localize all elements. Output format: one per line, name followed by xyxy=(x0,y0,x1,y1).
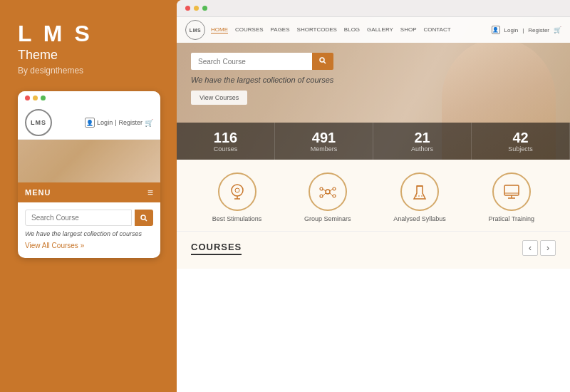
stat-members-label: Members xyxy=(311,145,338,153)
feature-analysed-syllabus: Analysed Syllabus xyxy=(393,172,446,222)
svg-point-2 xyxy=(320,58,324,62)
nav-link-courses[interactable]: COURSES xyxy=(235,26,264,33)
hero-content: We have the largest collection of course… xyxy=(177,53,570,105)
mobile-logo: LMS xyxy=(25,109,52,136)
feature-group-seminars: Group Seminars xyxy=(304,172,351,222)
hero-tagline: We have the largest collection of course… xyxy=(191,76,556,84)
browser-dot-yellow xyxy=(194,6,199,11)
hero-view-button[interactable]: View Courses xyxy=(191,91,247,105)
nav-user-icon: 👤 xyxy=(492,26,500,34)
browser-dot-red xyxy=(185,6,190,11)
svg-line-15 xyxy=(323,193,326,196)
stat-courses: 116 Courses xyxy=(177,123,275,160)
browser-dot-green xyxy=(202,6,207,11)
svg-rect-19 xyxy=(504,185,519,195)
mobile-hero-overlay xyxy=(18,140,160,182)
dot-yellow xyxy=(33,96,38,100)
stat-members: 491 Members xyxy=(275,123,373,160)
mobile-search-button[interactable] xyxy=(135,210,153,226)
search-icon xyxy=(319,57,326,64)
svg-point-11 xyxy=(320,195,323,197)
features-section: Best Stimulations Group Seminars xyxy=(177,160,570,232)
mobile-tagline: We have the largest collection of course… xyxy=(18,230,160,237)
hero-search-button[interactable] xyxy=(312,53,333,70)
mobile-register-text[interactable]: Register xyxy=(118,119,142,126)
stats-bar: 116 Courses 491 Members 21 Authors 42 Su… xyxy=(177,123,570,160)
best-stimulations-label: Best Stimulations xyxy=(212,215,262,222)
courses-next-button[interactable]: › xyxy=(540,240,556,256)
svg-line-16 xyxy=(330,193,333,196)
svg-point-8 xyxy=(326,190,330,194)
svg-line-3 xyxy=(324,62,326,64)
hero-search-bar xyxy=(191,53,333,70)
hamburger-icon[interactable]: ≡ xyxy=(147,187,153,198)
mobile-mockup: LMS 👤 Login | Register 🛒 MENU ≡ xyxy=(18,91,160,258)
stat-subjects: 42 Subjects xyxy=(472,123,570,160)
svg-line-13 xyxy=(323,189,326,191)
stat-courses-label: Courses xyxy=(214,145,238,153)
courses-navigation: ‹ › xyxy=(522,240,556,256)
nav-cart-icon: 🛒 xyxy=(554,26,561,33)
mobile-separator: | xyxy=(115,119,116,126)
nav-link-gallery[interactable]: GALLERY xyxy=(367,26,393,33)
best-stimulations-icon xyxy=(218,172,256,211)
nav-bar: LMS HOME COURSES PAGES SHORTCODES BLOG G… xyxy=(177,17,570,43)
brand-by: By designthemes xyxy=(18,66,83,76)
nav-link-home[interactable]: HOME xyxy=(211,26,228,33)
nav-separator: | xyxy=(522,27,524,33)
hero-search-input[interactable] xyxy=(191,53,312,70)
svg-point-12 xyxy=(333,195,336,197)
svg-point-4 xyxy=(232,185,243,196)
nav-register[interactable]: Register xyxy=(528,27,549,33)
feature-best-stimulations: Best Stimulations xyxy=(212,172,262,222)
pratical-training-icon xyxy=(492,172,531,211)
nav-link-blog[interactable]: BLOG xyxy=(344,26,360,33)
brand-title: L M S xyxy=(18,21,93,46)
mobile-login-text[interactable]: Login xyxy=(97,119,113,126)
analysed-syllabus-icon xyxy=(400,172,439,211)
dot-green xyxy=(41,96,46,100)
stat-courses-number: 116 xyxy=(214,130,237,145)
courses-prev-button[interactable]: ‹ xyxy=(522,240,538,256)
svg-point-5 xyxy=(235,188,239,192)
mobile-login-area: 👤 Login | Register 🛒 xyxy=(85,118,153,128)
mobile-search-area xyxy=(18,202,160,230)
browser-chrome xyxy=(177,0,570,17)
nav-link-shop[interactable]: SHOP xyxy=(400,26,417,33)
stat-members-number: 491 xyxy=(312,130,336,145)
mobile-cart-icon: 🛒 xyxy=(145,119,153,127)
brand-subtitle: Theme xyxy=(18,48,58,63)
mobile-menu-label: MENU xyxy=(25,188,51,197)
analysed-syllabus-label: Analysed Syllabus xyxy=(393,215,446,222)
stat-subjects-number: 42 xyxy=(512,130,528,145)
stat-authors: 21 Authors xyxy=(373,123,472,160)
left-sidebar: L M S Theme By designthemes LMS 👤 Login … xyxy=(0,0,177,392)
courses-section: COURSES ‹ › xyxy=(177,232,570,269)
courses-header: COURSES ‹ › xyxy=(191,240,556,256)
courses-title: COURSES xyxy=(191,242,242,255)
nav-login[interactable]: Login xyxy=(504,27,519,33)
nav-link-contact[interactable]: CONTACT xyxy=(424,26,451,33)
pratical-training-label: Pratical Training xyxy=(489,215,535,222)
svg-line-14 xyxy=(330,189,333,191)
mobile-hero-image xyxy=(18,140,160,182)
mobile-search-input[interactable] xyxy=(25,210,132,226)
dot-red xyxy=(25,96,30,100)
nav-right: 👤 Login | Register 🛒 xyxy=(492,26,561,34)
svg-point-10 xyxy=(333,187,336,190)
svg-point-0 xyxy=(141,215,145,220)
search-icon xyxy=(140,215,147,222)
feature-pratical-training: Pratical Training xyxy=(489,172,535,222)
group-seminars-label: Group Seminars xyxy=(304,215,351,222)
group-seminars-icon xyxy=(309,172,347,211)
mobile-user-icon: 👤 xyxy=(85,118,95,128)
nav-link-shortcodes[interactable]: SHORTCODES xyxy=(297,26,337,33)
mobile-menu-bar[interactable]: MENU ≡ xyxy=(18,182,160,202)
main-browser-panel: LMS HOME COURSES PAGES SHORTCODES BLOG G… xyxy=(177,0,570,392)
nav-logo: LMS xyxy=(185,20,205,40)
mobile-view-all-link[interactable]: View All Courses » xyxy=(18,237,160,249)
nav-link-pages[interactable]: PAGES xyxy=(271,26,290,33)
svg-point-9 xyxy=(320,187,323,190)
hero-section: LMS HOME COURSES PAGES SHORTCODES BLOG G… xyxy=(177,17,570,160)
nav-links: HOME COURSES PAGES SHORTCODES BLOG GALLE… xyxy=(211,26,492,33)
